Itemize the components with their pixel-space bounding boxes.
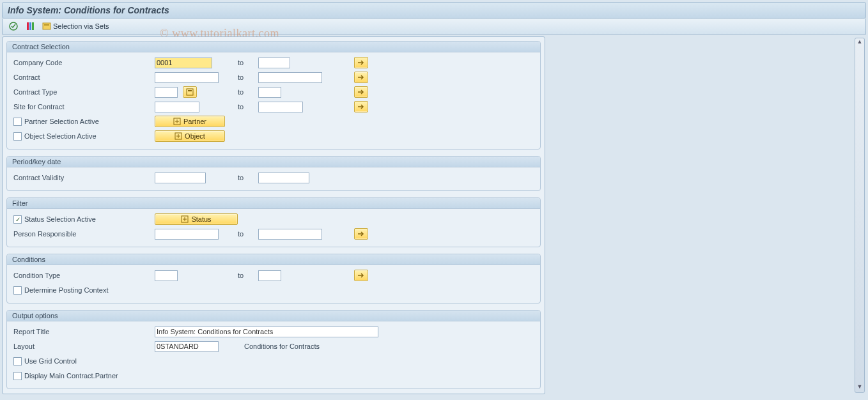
variants-button[interactable] bbox=[23, 20, 37, 32]
arrow-right-icon bbox=[357, 272, 365, 279]
selection-sets-icon bbox=[42, 21, 52, 31]
checkbox-posting-context[interactable] bbox=[13, 286, 22, 295]
checkbox-use-grid[interactable] bbox=[13, 357, 22, 365]
row-report-title: Report Title bbox=[11, 325, 536, 339]
input-layout[interactable] bbox=[155, 341, 219, 352]
matchcode-contract-type[interactable] bbox=[183, 86, 197, 98]
arrow-right-icon bbox=[357, 89, 365, 95]
execute-button[interactable] bbox=[6, 20, 20, 32]
row-object-selection: Object Selection Active Object bbox=[11, 129, 536, 143]
group-conditions: Conditions Condition Type to Determine P… bbox=[6, 254, 541, 304]
label-main-partner: Display Main Contract.Partner bbox=[24, 372, 118, 380]
svg-rect-1 bbox=[27, 22, 29, 30]
label-use-grid: Use Grid Control bbox=[24, 357, 77, 365]
expand-icon bbox=[181, 215, 189, 223]
scroll-down-icon[interactable]: ▼ bbox=[855, 383, 864, 392]
input-site-from[interactable] bbox=[155, 102, 199, 112]
input-validity-to[interactable] bbox=[258, 173, 309, 183]
multi-select-person[interactable] bbox=[354, 228, 368, 240]
multi-select-contract-type[interactable] bbox=[354, 86, 368, 98]
svg-rect-4 bbox=[43, 23, 50, 29]
input-site-to[interactable] bbox=[258, 102, 303, 112]
label-condition-type: Condition Type bbox=[11, 272, 155, 279]
multi-select-site[interactable] bbox=[354, 101, 368, 112]
label-validity: Contract Validity bbox=[11, 174, 155, 181]
multi-select-contract[interactable] bbox=[354, 72, 368, 83]
button-status-label: Status bbox=[191, 215, 211, 223]
arrow-right-icon bbox=[357, 74, 365, 81]
row-company-code: Company Code to bbox=[11, 56, 536, 70]
row-site: Site for Contract to bbox=[11, 100, 536, 114]
input-person-from[interactable] bbox=[155, 229, 219, 240]
input-company-code-from[interactable] bbox=[155, 58, 212, 68]
label-report-title: Report Title bbox=[11, 328, 155, 335]
checkbox-main-partner[interactable] bbox=[13, 372, 22, 380]
label-posting-context: Determine Posting Context bbox=[24, 286, 108, 294]
arrow-right-icon bbox=[357, 104, 365, 110]
to-label: to bbox=[238, 103, 258, 111]
layout-description: Conditions for Contracts bbox=[244, 342, 320, 350]
input-contract-type-from[interactable] bbox=[155, 87, 178, 98]
row-use-grid: Use Grid Control bbox=[11, 354, 536, 368]
input-person-to[interactable] bbox=[258, 229, 322, 240]
input-contract-from[interactable] bbox=[155, 72, 219, 83]
button-object[interactable]: Object bbox=[155, 130, 225, 142]
group-header-contract-selection: Contract Selection bbox=[7, 42, 540, 52]
input-condition-type-to[interactable] bbox=[258, 270, 281, 281]
group-filter: Filter ✓ Status Selection Active Status … bbox=[6, 197, 541, 247]
multi-select-condition-type[interactable] bbox=[354, 270, 368, 281]
group-header-output: Output options bbox=[7, 311, 540, 321]
vertical-scrollbar[interactable]: ▲ ▼ bbox=[855, 38, 865, 393]
checkbox-partner-selection[interactable] bbox=[13, 118, 22, 126]
button-partner[interactable]: Partner bbox=[155, 116, 225, 127]
label-person-responsible: Person Responsible bbox=[11, 230, 155, 238]
input-company-code-to[interactable] bbox=[258, 58, 290, 68]
label-site: Site for Contract bbox=[11, 103, 155, 111]
toolbar: Selection via Sets bbox=[2, 19, 866, 35]
svg-rect-6 bbox=[187, 89, 193, 95]
row-person-responsible: Person Responsible to bbox=[11, 227, 536, 241]
selection-via-sets-label: Selection via Sets bbox=[53, 22, 109, 30]
svg-rect-3 bbox=[32, 22, 34, 30]
input-report-title[interactable] bbox=[155, 327, 378, 337]
group-header-conditions: Conditions bbox=[7, 254, 540, 265]
row-condition-type: Condition Type to bbox=[11, 268, 536, 282]
label-layout: Layout bbox=[11, 342, 155, 350]
to-label: to bbox=[238, 59, 258, 66]
row-contract-type: Contract Type to bbox=[11, 85, 536, 99]
expand-icon bbox=[173, 118, 181, 125]
input-condition-type-from[interactable] bbox=[155, 270, 178, 281]
group-contract-selection: Contract Selection Company Code to Contr… bbox=[6, 41, 541, 150]
arrow-right-icon bbox=[357, 231, 365, 237]
row-posting-context: Determine Posting Context bbox=[11, 283, 536, 297]
group-output: Output options Report Title Layout Condi… bbox=[6, 310, 541, 389]
to-label: to bbox=[238, 73, 258, 81]
svg-rect-5 bbox=[44, 24, 49, 26]
multi-select-company-code[interactable] bbox=[354, 57, 368, 68]
checkbox-status-selection[interactable]: ✓ bbox=[13, 215, 22, 224]
page-title: Info System: Conditions for Contracts bbox=[2, 2, 866, 19]
to-label: to bbox=[238, 230, 258, 238]
selection-via-sets-button[interactable]: Selection via Sets bbox=[40, 20, 111, 32]
input-contract-type-to[interactable] bbox=[258, 87, 281, 98]
expand-icon bbox=[174, 132, 182, 140]
row-status-selection: ✓ Status Selection Active Status bbox=[11, 212, 536, 226]
to-label: to bbox=[238, 272, 258, 279]
svg-rect-7 bbox=[188, 90, 192, 91]
scroll-up-icon[interactable]: ▲ bbox=[855, 38, 864, 47]
variants-icon bbox=[25, 21, 35, 31]
button-status[interactable]: Status bbox=[155, 213, 238, 225]
input-validity-from[interactable] bbox=[155, 173, 206, 183]
label-contract: Contract bbox=[11, 73, 155, 81]
matchcode-icon bbox=[186, 88, 194, 96]
input-contract-to[interactable] bbox=[258, 72, 322, 83]
row-validity: Contract Validity to bbox=[11, 171, 536, 185]
button-partner-label: Partner bbox=[183, 118, 206, 125]
main-panel: Contract Selection Company Code to Contr… bbox=[2, 36, 545, 394]
checkbox-object-selection[interactable] bbox=[13, 132, 22, 141]
label-object-selection: Object Selection Active bbox=[24, 132, 97, 140]
content-area: Contract Selection Company Code to Contr… bbox=[2, 36, 866, 394]
label-partner-selection: Partner Selection Active bbox=[24, 118, 99, 125]
label-contract-type: Contract Type bbox=[11, 88, 155, 96]
row-layout: Layout Conditions for Contracts bbox=[11, 339, 536, 353]
